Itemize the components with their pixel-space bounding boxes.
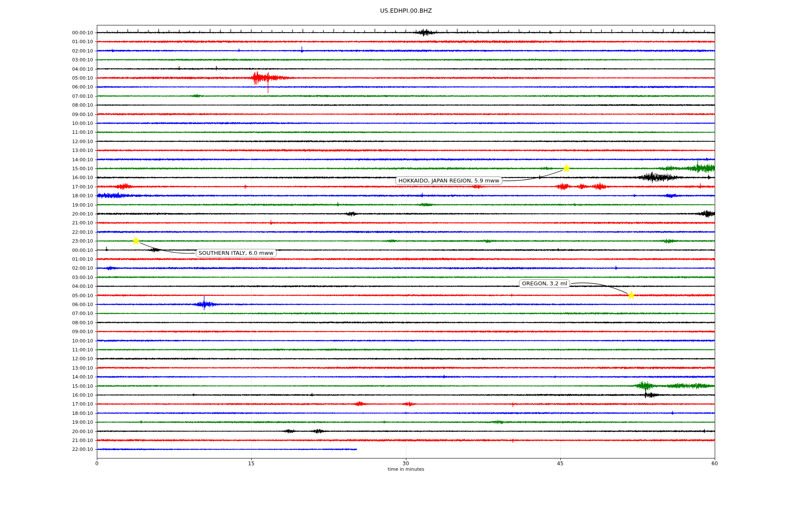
trace-time-label: 04:00:10	[59, 66, 93, 71]
trace-time-label: 00:00:10	[59, 248, 93, 252]
trace-time-label: 10:00:10	[59, 338, 93, 343]
trace-time-label: 09:00:10	[59, 112, 93, 116]
event-label: OREGON, 3.2 ml	[519, 279, 570, 288]
trace-time-label: 13:00:10	[59, 365, 93, 370]
seismogram-page: { "chart_data": { "type": "line", "subty…	[0, 0, 812, 508]
trace-time-label: 14:00:10	[59, 157, 93, 162]
trace-time-label: 05:00:10	[59, 293, 93, 298]
trace-time-label: 06:00:10	[59, 85, 93, 89]
trace-time-label: 23:00:10	[59, 239, 93, 243]
plot-title: US.EDHPI.00.BHZ	[0, 7, 812, 14]
x-tick-label: 60	[711, 461, 718, 466]
trace-time-label: 08:00:10	[59, 320, 93, 325]
trace-time-label: 11:00:10	[59, 348, 93, 352]
trace-time-label: 14:00:10	[59, 375, 93, 379]
trace-time-label: 22:00:10	[59, 447, 93, 452]
trace-time-label: 01:00:10	[59, 257, 93, 262]
trace-time-label: 12:00:10	[59, 356, 93, 361]
trace-time-label: 19:00:10	[59, 420, 93, 425]
trace-time-label: 10:00:10	[59, 121, 93, 126]
trace-time-label: 18:00:10	[59, 411, 93, 415]
trace-time-label: 21:00:10	[59, 438, 93, 443]
trace-time-label: 17:00:10	[59, 184, 93, 189]
trace-time-label: 16:00:10	[59, 393, 93, 398]
trace-time-label: 03:00:10	[59, 58, 93, 62]
event-label: SOUTHERN ITALY, 6.0 mww	[196, 249, 277, 257]
trace-time-label: 15:00:10	[59, 384, 93, 388]
trace-time-label: 07:00:10	[59, 311, 93, 316]
trace-time-label: 22:00:10	[59, 229, 93, 234]
trace-time-label: 20:00:10	[59, 429, 93, 433]
trace-time-label: 21:00:10	[59, 221, 93, 225]
x-tick-label: 15	[248, 461, 255, 466]
trace-time-label: 11:00:10	[59, 130, 93, 135]
trace-time-label: 13:00:10	[59, 148, 93, 153]
trace-time-label: 15:00:10	[59, 166, 93, 171]
trace-time-label: 04:00:10	[59, 284, 93, 289]
trace-time-label: 19:00:10	[59, 202, 93, 207]
trace-time-label: 06:00:10	[59, 302, 93, 307]
trace-time-label: 03:00:10	[59, 275, 93, 279]
trace-time-label: 18:00:10	[59, 193, 93, 198]
trace-time-label: 12:00:10	[59, 139, 93, 144]
trace-time-label: 01:00:10	[59, 39, 93, 44]
trace-time-label: 09:00:10	[59, 329, 93, 334]
x-tick-label: 30	[403, 461, 409, 466]
trace-time-label: 02:00:10	[59, 48, 93, 53]
trace-time-label: 02:00:10	[59, 266, 93, 271]
trace-time-label: 08:00:10	[59, 103, 93, 108]
seismogram-canvas	[0, 0, 812, 508]
trace-time-label: 00:00:10	[59, 30, 93, 35]
trace-time-label: 20:00:10	[59, 212, 93, 216]
x-tick-label: 0	[95, 461, 99, 466]
trace-time-label: 16:00:10	[59, 175, 93, 180]
x-tick-label: 45	[557, 461, 563, 466]
event-label: HOKKAIDO, JAPAN REGION, 5.9 mww	[395, 177, 502, 185]
trace-time-label: 07:00:10	[59, 94, 93, 98]
trace-time-label: 05:00:10	[59, 76, 93, 80]
trace-time-label: 17:00:10	[59, 402, 93, 406]
x-axis-label: time in minutes	[0, 467, 812, 472]
